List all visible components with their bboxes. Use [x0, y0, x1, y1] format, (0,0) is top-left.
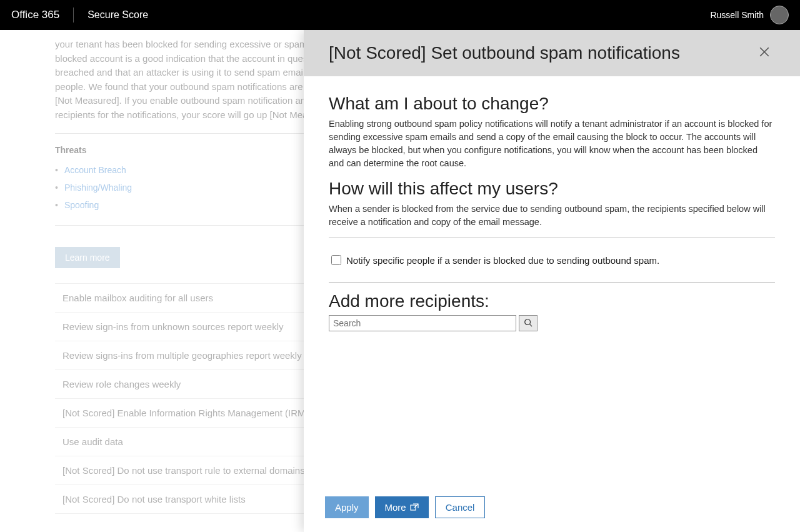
panel-body: What am I about to change? Enabling stro… — [304, 76, 800, 488]
cancel-button[interactable]: Cancel — [435, 496, 486, 518]
notify-checkbox[interactable] — [331, 255, 341, 265]
search-icon — [524, 318, 532, 329]
svg-line-3 — [530, 324, 532, 326]
section-heading-change: What am I about to change? — [329, 94, 775, 114]
external-link-icon — [410, 502, 419, 513]
panel-title: [Not Scored] Set outbound spam notificat… — [329, 43, 754, 63]
details-panel: [Not Scored] Set outbound spam notificat… — [304, 30, 800, 532]
search-button[interactable] — [519, 315, 538, 331]
svg-line-5 — [414, 504, 418, 508]
app-name[interactable]: Secure Score — [74, 9, 148, 21]
more-button-label: More — [385, 502, 406, 513]
more-button[interactable]: More — [375, 496, 429, 518]
notify-checkbox-label: Notify specific people if a sender is bl… — [346, 255, 659, 266]
section-text-users: When a sender is blocked from the servic… — [329, 203, 775, 229]
svg-point-2 — [525, 319, 531, 324]
close-icon[interactable] — [754, 43, 775, 64]
recipient-search-input[interactable] — [329, 315, 516, 331]
top-bar: Office 365 Secure Score Russell Smith — [0, 0, 800, 30]
apply-button[interactable]: Apply — [325, 496, 369, 518]
section-text-change: Enabling strong outbound spam policy not… — [329, 118, 775, 170]
section-heading-users: How will this affect my users? — [329, 179, 775, 199]
brand-label[interactable]: Office 365 — [11, 8, 74, 23]
panel-footer: Apply More Cancel — [304, 488, 800, 532]
avatar[interactable] — [770, 6, 789, 24]
user-name[interactable]: Russell Smith — [710, 10, 764, 20]
notify-checkbox-row[interactable]: Notify specific people if a sender is bl… — [329, 247, 775, 273]
add-recipients-heading: Add more recipients: — [329, 291, 775, 311]
panel-header: [Not Scored] Set outbound spam notificat… — [304, 30, 800, 76]
